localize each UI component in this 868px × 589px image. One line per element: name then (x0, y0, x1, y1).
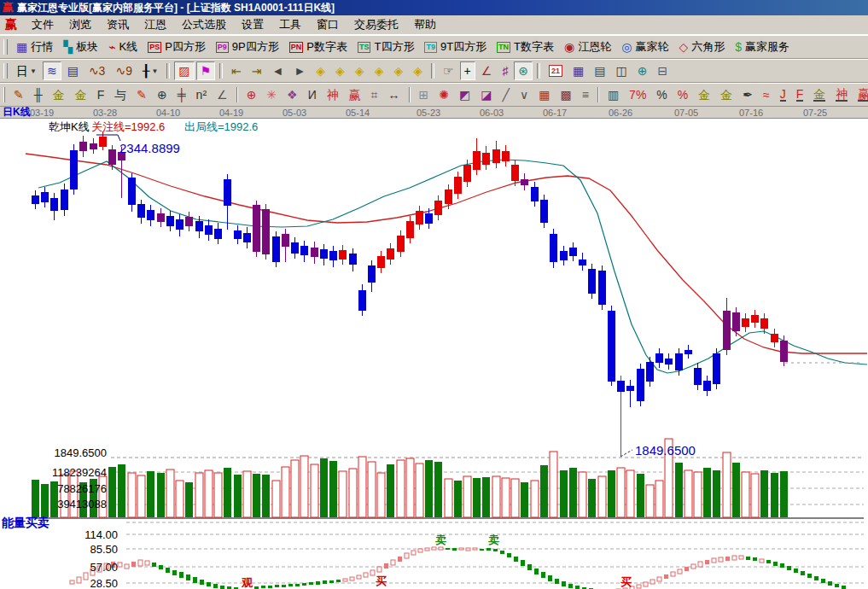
toolbar-button-kline[interactable]: ⌁K线 (104, 38, 142, 56)
tool-smart-analysis[interactable]: ⊛ (514, 61, 533, 80)
toolbar-button-p-number-table[interactable]: PNP数字表 (285, 38, 352, 56)
chart-area[interactable]: 乾坤K线关注线=1992.6出局线=1992.62344.88991849.65… (0, 119, 868, 589)
tool-num-grid[interactable]: ⌗ (367, 85, 382, 104)
tool-nav-next[interactable]: ► (289, 61, 310, 80)
tool-draw-pencil-red[interactable]: ✎ (132, 85, 151, 104)
tool-angle-measure[interactable]: ∠ (477, 61, 497, 80)
tool-angle-ruler[interactable]: ∠ (213, 85, 232, 104)
menu-item-browse[interactable]: 浏览 (61, 15, 99, 34)
tool-gann-diamond-left[interactable]: ◈ (312, 61, 329, 80)
tool-save-disk[interactable]: ◫ (612, 61, 632, 80)
menu-item-gann[interactable]: 江恩 (137, 15, 174, 34)
toolbar-grip[interactable] (3, 87, 5, 102)
tool-wave-a[interactable]: ≈ (759, 85, 774, 104)
tool-target-circle[interactable]: ⊕ (242, 85, 261, 104)
tool-ray-fan[interactable]: ✺ (434, 85, 453, 104)
tool-grid-red[interactable]: ▦ (534, 85, 554, 104)
toolbar-button-t-square[interactable]: TST四方形 (353, 38, 418, 56)
toolbar-button-p-square[interactable]: PSP四方形 (143, 38, 210, 56)
tool-gann-diamond-cross[interactable]: ◈ (389, 61, 407, 80)
tool-angle-lines[interactable]: ╱ (498, 85, 514, 104)
tool-nav-first[interactable]: ⇤ (227, 61, 246, 80)
tool-calculator[interactable]: ▦ (568, 61, 588, 80)
toolbar-button-hexagon[interactable]: ◇六角形 (674, 38, 729, 56)
tool-pattern-overlay[interactable]: ≋ (43, 61, 61, 80)
tool-width-measure[interactable]: ↔ (384, 85, 405, 104)
menu-item-file[interactable]: 文件 (24, 15, 61, 34)
tool-candle-style[interactable]: ╂▼ (138, 61, 162, 80)
tool-gann-diamond-v[interactable]: ◈ (370, 61, 388, 80)
tool-box-measure[interactable]: ⊞ (415, 85, 434, 104)
tool-shen-angle[interactable]: 神 (831, 85, 852, 104)
tool-ink-marker[interactable]: ✒ (738, 85, 757, 104)
tool-ma-short[interactable]: ∿3 (84, 61, 110, 80)
toolbar-button-quotes[interactable]: ▦行情 (12, 38, 57, 56)
tool-time-circle[interactable]: ⊕ (153, 85, 172, 104)
tool-f-grid[interactable]: F (93, 85, 109, 104)
tool-notes[interactable]: ▤ (590, 61, 609, 80)
menu-item-news[interactable]: 资讯 (99, 15, 137, 34)
menu-item-trade-entrust[interactable]: 交易委托 (347, 15, 406, 34)
tool-pct[interactable]: % (652, 85, 671, 104)
tool-grid-dark[interactable]: ▩ (556, 85, 575, 104)
tool-ma-long[interactable]: ∿9 (111, 61, 137, 80)
tool-net-time[interactable]: ⊕ (633, 61, 652, 80)
toolbar-button-9t-square[interactable]: T99T四方形 (420, 38, 491, 56)
title-bar[interactable]: 赢 赢家江恩专业版[赢家内部服务平台] - [上证指数 SH1A0001-111… (0, 0, 868, 15)
tool-crosshair[interactable]: + (460, 61, 475, 80)
tool-gold-line[interactable]: 金 (716, 85, 737, 104)
menu-item-settings[interactable]: 设置 (234, 15, 271, 34)
tool-pattern-mark[interactable]: ▨ (174, 61, 194, 80)
tool-gann-diamond-right[interactable]: ◈ (331, 61, 349, 80)
toolbar-button-t-number-table[interactable]: TNT数字表 (492, 38, 558, 56)
tool-wave-mark[interactable]: И (304, 85, 321, 104)
tool-grid-hash-2[interactable]: ╪ (173, 85, 190, 104)
tool-v-lines[interactable]: ∨ (516, 85, 533, 104)
tool-fan-left[interactable]: ◩ (455, 85, 475, 104)
tool-ying-angle[interactable]: 赢 (853, 85, 868, 104)
tool-gann-tool-purple[interactable]: ♯ (498, 61, 512, 80)
tool-gann-diamond-h[interactable]: ◈ (351, 61, 369, 80)
tool-spider-web[interactable]: ❖ (283, 85, 302, 104)
tool-gold-grid-2[interactable]: 金 (71, 85, 91, 104)
tool-profile-flag[interactable]: ⚑ (196, 61, 216, 80)
tool-nav-prev[interactable]: ◄ (268, 61, 288, 80)
menu-item-help[interactable]: 帮助 (406, 15, 444, 34)
tool-shen-grid[interactable]: 神 (323, 85, 343, 104)
tool-gann-diamond-star[interactable]: ◈ (409, 61, 427, 80)
menu-item-tools[interactable]: 工具 (271, 15, 309, 34)
tool-j-angle[interactable]: J (776, 85, 790, 104)
tool-calendar-21[interactable]: 21 (545, 61, 567, 80)
toolbar-button-sectors[interactable]: ▚板块 (59, 38, 102, 56)
tool-pan-hand[interactable]: ☞ (439, 61, 458, 80)
tool-printer[interactable]: ⊟ (653, 61, 672, 80)
tool-star-web[interactable]: ✳ (262, 85, 281, 104)
tool-ying-grid[interactable]: 赢 (345, 85, 365, 104)
tool-chip-distribution[interactable]: ▥ (603, 85, 623, 104)
tool-gold-angle[interactable]: 金 (809, 85, 830, 104)
toolbar-button-winner-service[interactable]: $赢家服务 (731, 38, 794, 56)
tool-f-angle[interactable]: F (792, 85, 808, 104)
tool-period-day[interactable]: 日▼ (12, 61, 41, 80)
tool-fan-right[interactable]: ◪ (476, 85, 496, 104)
tool-parallel-lines[interactable]: ≡ (578, 85, 593, 104)
tool-gold-grid-1[interactable]: 金 (49, 85, 69, 104)
toolbar-button-gann-wheel[interactable]: ◉江恩轮 (560, 38, 615, 56)
toolbar-button-winner-wheel[interactable]: ◎赢家轮 (617, 38, 673, 56)
menu-item-window[interactable]: 窗口 (309, 15, 347, 34)
tool-pct-7[interactable]: 7% (625, 85, 650, 104)
tool-pct-line[interactable]: % (673, 85, 692, 104)
toolbar-grip[interactable] (3, 63, 8, 79)
volume-bar-up (550, 452, 557, 517)
tool-info-panel[interactable]: ▤ (63, 61, 83, 80)
tool-nav-last[interactable]: ⇥ (248, 61, 266, 80)
tool-five-grid[interactable]: 与 (110, 85, 131, 104)
toolbar-button-9p-square[interactable]: P99P四方形 (212, 38, 283, 56)
menu-item-formula-stock-pick[interactable]: 公式选股 (174, 15, 234, 34)
tool-grid-hash[interactable]: ╫ (30, 85, 47, 104)
tool-draw-pencil[interactable]: ✎ (9, 85, 28, 104)
tool-gold-circle[interactable]: 金 (694, 85, 714, 104)
tool-n2-grid[interactable]: n² (192, 85, 211, 104)
kline-chart-canvas[interactable]: 乾坤K线关注线=1992.6出局线=1992.62344.88991849.65… (0, 119, 868, 589)
toolbar-grip[interactable] (3, 39, 8, 55)
